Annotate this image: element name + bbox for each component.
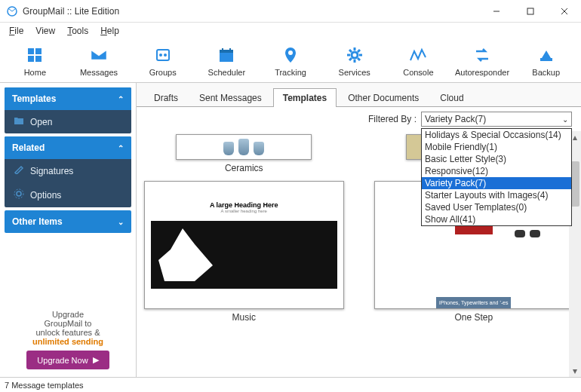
tab-drafts[interactable]: Drafts — [144, 88, 188, 107]
toolbar-autoresponder[interactable]: Autoresponder — [453, 45, 512, 77]
toolbar-scheduler[interactable]: Scheduler — [198, 45, 256, 77]
toolbar-services[interactable]: Services — [325, 45, 383, 77]
titlebar: GroupMail :: Lite Edition — [0, 0, 581, 23]
filter-selected: Variety Pack(7) — [425, 114, 486, 124]
upgrade-highlight: unlimited sending — [8, 337, 128, 346]
sidebar-section-templates: Templates ⌃ Open — [5, 87, 131, 133]
menu-tools[interactable]: Tools — [63, 24, 93, 38]
tab-cloud[interactable]: Cloud — [430, 88, 473, 107]
messages-icon — [89, 45, 109, 65]
expand-icon: ⌄ — [118, 218, 124, 226]
scroll-down-icon[interactable]: ▾ — [569, 365, 581, 377]
filter-option[interactable]: Mobile Friendly(1) — [422, 141, 571, 153]
template-card-ceramics[interactable]: Ceramics — [144, 134, 344, 173]
toolbar-label: Console — [403, 68, 433, 77]
tab-other[interactable]: Other Documents — [338, 88, 429, 107]
svg-line-24 — [349, 58, 352, 60]
status-text: 7 Message templates — [5, 381, 84, 390]
svg-point-16 — [288, 51, 293, 55]
template-name: Ceramics — [225, 163, 263, 173]
sidebar-header-label: Other Items — [12, 216, 63, 227]
content: Templates ⌃ Open Related ⌃ Signatures Op… — [0, 83, 581, 377]
filter-dropdown[interactable]: Variety Pack(7) ⌄ — [421, 112, 572, 127]
home-icon — [25, 45, 45, 65]
menu-help[interactable]: Help — [96, 24, 124, 38]
sidebar-item-options[interactable]: Options — [5, 182, 131, 207]
filter-option-selected[interactable]: Variety Pack(7) — [422, 177, 571, 189]
toolbar-home[interactable]: Home — [6, 45, 64, 77]
sidebar-header-related[interactable]: Related ⌃ — [5, 136, 131, 159]
menu-view[interactable]: View — [31, 24, 60, 38]
svg-rect-8 — [35, 56, 42, 62]
sidebar-section-related: Related ⌃ Signatures Options — [5, 136, 131, 207]
sidebar-item-label: Open — [30, 117, 52, 127]
upgrade-text: Upgrade — [8, 310, 128, 319]
filter-option[interactable]: Basic Letter Style(3) — [422, 153, 571, 165]
svg-rect-13 — [220, 50, 233, 53]
filter-dropdown-list: Holidays & Special Occasions(14) Mobile … — [421, 128, 572, 226]
svg-rect-5 — [28, 48, 34, 54]
close-button[interactable] — [547, 0, 581, 23]
template-heading: A large Heading Here — [210, 201, 278, 209]
upgrade-text: GroupMail to — [8, 319, 128, 328]
toolbar-label: Messages — [80, 68, 118, 77]
svg-line-25 — [358, 50, 360, 52]
services-icon — [345, 45, 364, 65]
svg-rect-7 — [28, 56, 34, 62]
upgrade-button[interactable]: Upgrade Now ▶ — [26, 351, 109, 369]
filter-bar: Filtered By : Variety Pack(7) ⌄ Holidays… — [137, 107, 581, 131]
filter-option[interactable]: Saved User Templates(0) — [422, 201, 571, 213]
sidebar-header-label: Related — [12, 142, 45, 153]
collapse-icon: ⌃ — [118, 144, 124, 152]
filter-option[interactable]: Holidays & Special Occasions(14) — [422, 129, 571, 141]
sidebar-header-label: Templates — [12, 93, 56, 104]
filter-option[interactable]: Starter Layouts with Images(4) — [422, 189, 571, 201]
maximize-button[interactable] — [513, 0, 547, 23]
chevron-down-icon: ⌄ — [562, 115, 568, 124]
template-thumbnail: A large Heading Here A smaller heading h… — [144, 181, 344, 309]
window-controls — [479, 0, 581, 23]
main-panel: Drafts Sent Messages Templates Other Doc… — [136, 83, 581, 377]
svg-point-17 — [352, 52, 358, 58]
sidebar-item-signatures[interactable]: Signatures — [5, 159, 131, 182]
template-name: Music — [232, 312, 256, 323]
toolbar-label: Groups — [149, 68, 177, 77]
tab-templates[interactable]: Templates — [273, 88, 337, 107]
svg-rect-6 — [35, 48, 42, 54]
sidebar-item-label: Options — [30, 190, 61, 201]
statusbar: 7 Message templates — [0, 377, 581, 392]
svg-rect-9 — [157, 50, 169, 60]
toolbar-console[interactable]: Console — [389, 45, 447, 77]
toolbar-backup[interactable]: Backup — [517, 45, 575, 77]
folder-icon — [14, 116, 24, 127]
template-subheading: A smaller heading here — [221, 209, 267, 213]
tracking-icon — [281, 45, 300, 65]
template-caption: iPhones, Typewriters and '-es — [436, 297, 511, 308]
template-thumbnail — [176, 134, 312, 160]
upgrade-button-label: Upgrade Now — [37, 356, 88, 365]
groups-icon — [153, 45, 173, 65]
toolbar: Home Messages Groups Scheduler Tracking … — [0, 39, 581, 83]
filter-option[interactable]: Responsive(12) — [422, 165, 571, 177]
toolbar-tracking[interactable]: Tracking — [262, 45, 320, 77]
svg-line-22 — [349, 50, 352, 52]
sidebar-section-other[interactable]: Other Items ⌄ — [5, 210, 131, 233]
toolbar-label: Services — [339, 68, 370, 77]
app-icon — [6, 5, 18, 17]
menu-file[interactable]: File — [5, 24, 28, 38]
toolbar-messages[interactable]: Messages — [70, 45, 128, 77]
sidebar-item-open[interactable]: Open — [5, 110, 131, 133]
svg-line-23 — [358, 58, 360, 60]
minimize-button[interactable] — [479, 0, 513, 23]
template-card-music[interactable]: A large Heading Here A smaller heading h… — [144, 181, 344, 323]
signature-icon — [14, 165, 24, 176]
scheduler-icon — [217, 45, 236, 65]
toolbar-groups[interactable]: Groups — [134, 45, 192, 77]
filter-option[interactable]: Show All(41) — [422, 213, 571, 225]
play-icon: ▶ — [93, 355, 99, 365]
tab-sent[interactable]: Sent Messages — [189, 88, 272, 107]
filter-label: Filtered By : — [368, 114, 417, 124]
template-name: One Step — [454, 312, 493, 323]
svg-point-27 — [14, 189, 23, 198]
sidebar-header-templates[interactable]: Templates ⌃ — [5, 87, 131, 110]
